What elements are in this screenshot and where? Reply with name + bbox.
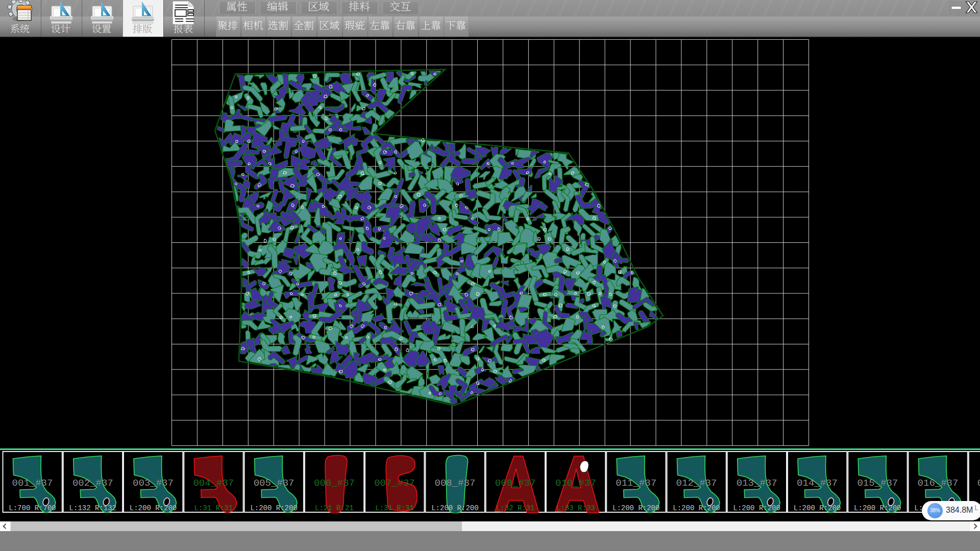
svg-text:L:200 R:200: L:200 R:200 [974,504,980,512]
